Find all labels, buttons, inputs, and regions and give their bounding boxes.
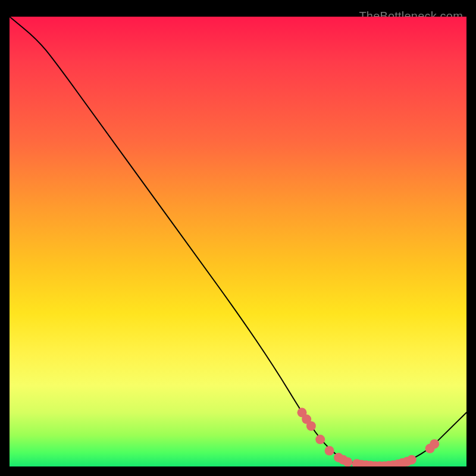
data-marker (430, 439, 439, 449)
data-marker (407, 455, 416, 465)
data-marker (306, 421, 316, 431)
data-marker (325, 446, 334, 456)
data-marker (343, 457, 352, 466)
bottleneck-curve (10, 17, 466, 466)
data-marker (315, 435, 325, 444)
chart-frame: TheBottleneck.com (10, 10, 466, 466)
chart-svg (10, 17, 466, 466)
chart-plot-area (10, 17, 466, 466)
data-markers (298, 408, 440, 466)
